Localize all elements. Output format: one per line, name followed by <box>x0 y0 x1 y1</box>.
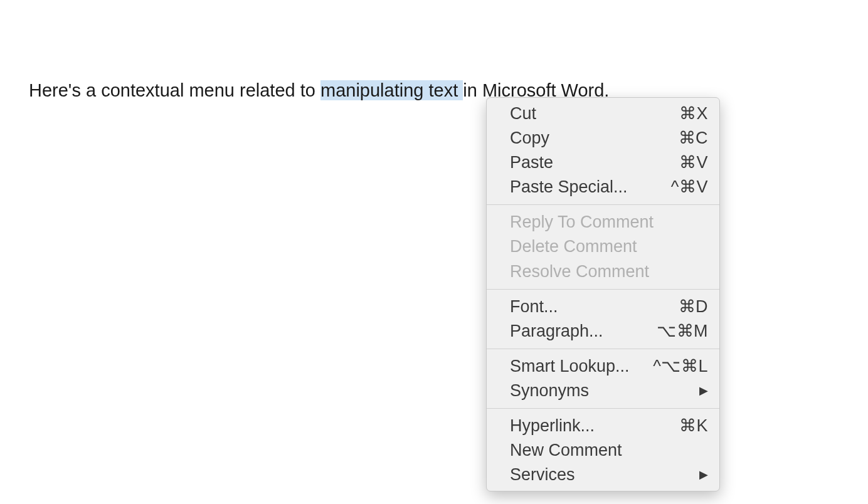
menu-item-shortcut: ⌥⌘M <box>657 320 708 342</box>
menu-item-shortcut: ^⌘V <box>671 176 708 198</box>
menu-item-cut[interactable]: Cut⌘X <box>487 102 719 126</box>
menu-item-label: New Comment <box>510 439 708 461</box>
menu-item-paste[interactable]: Paste⌘V <box>487 150 719 175</box>
menu-item-hyperlink[interactable]: Hyperlink...⌘K <box>487 414 719 438</box>
menu-item-label: Paste <box>510 152 679 174</box>
menu-item-label: Resolve Comment <box>510 261 708 283</box>
menu-item-reply-to-comment: Reply To Comment <box>487 210 719 234</box>
menu-item-label: Hyperlink... <box>510 415 679 437</box>
context-menu[interactable]: Cut⌘XCopy⌘CPaste⌘VPaste Special...^⌘VRep… <box>486 97 720 491</box>
menu-item-shortcut: ⌘V <box>679 152 708 174</box>
submenu-arrow-icon: ▶ <box>699 384 708 398</box>
menu-item-label: Font... <box>510 296 679 318</box>
menu-separator <box>487 349 719 349</box>
menu-item-label: Reply To Comment <box>510 211 708 233</box>
selected-text[interactable]: manipulating text <box>320 80 463 100</box>
menu-item-label: Synonyms <box>510 380 697 402</box>
menu-item-shortcut: ⌘D <box>679 296 709 318</box>
menu-item-synonyms[interactable]: Synonyms▶ <box>487 379 719 403</box>
menu-separator <box>487 204 719 205</box>
menu-separator <box>487 289 719 290</box>
menu-item-shortcut: ⌘K <box>679 415 708 437</box>
menu-item-delete-comment: Delete Comment <box>487 234 719 259</box>
menu-item-resolve-comment: Resolve Comment <box>487 260 719 284</box>
menu-item-shortcut: ⌘X <box>679 103 708 125</box>
menu-item-services[interactable]: Services▶ <box>487 463 719 487</box>
text-before-selection: Here's a contextual menu related to <box>29 80 320 100</box>
menu-item-label: Services <box>510 464 697 486</box>
menu-item-label: Smart Lookup... <box>510 355 653 377</box>
menu-item-new-comment[interactable]: New Comment <box>487 438 719 463</box>
menu-item-smart-lookup[interactable]: Smart Lookup...^⌥⌘L <box>487 354 719 379</box>
menu-item-copy[interactable]: Copy⌘C <box>487 126 719 150</box>
menu-item-shortcut: ⌘C <box>679 127 709 149</box>
menu-item-shortcut: ^⌥⌘L <box>653 355 708 377</box>
menu-item-label: Cut <box>510 103 679 125</box>
menu-item-label: Copy <box>510 127 679 149</box>
menu-separator <box>487 408 719 409</box>
menu-item-label: Paste Special... <box>510 176 671 198</box>
submenu-arrow-icon: ▶ <box>699 468 708 482</box>
menu-item-paste-special[interactable]: Paste Special...^⌘V <box>487 175 719 199</box>
menu-item-label: Paragraph... <box>510 320 657 342</box>
menu-item-paragraph[interactable]: Paragraph...⌥⌘M <box>487 319 719 344</box>
menu-item-label: Delete Comment <box>510 236 708 258</box>
menu-item-font[interactable]: Font...⌘D <box>487 295 719 319</box>
